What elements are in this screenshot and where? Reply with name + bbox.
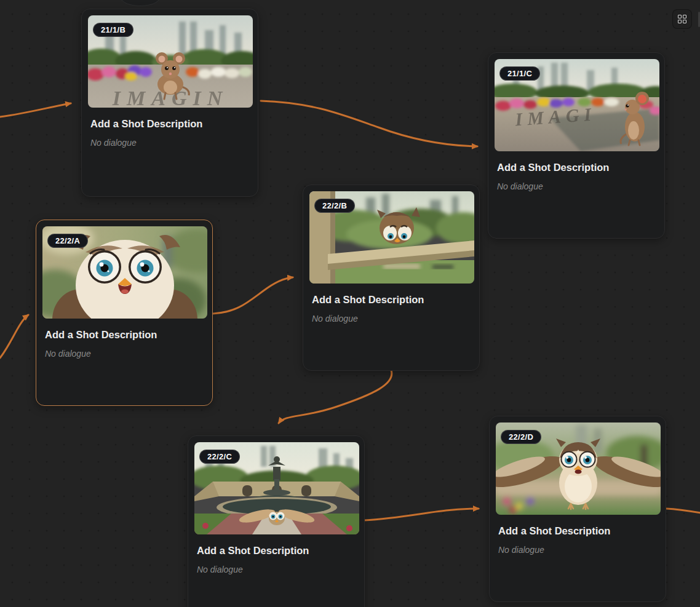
shot-description-placeholder[interactable]: Add a Shot Description xyxy=(498,525,657,537)
shot-card-21-1-C[interactable]: IMAGI 21/1/C Add a Shot Description No d… xyxy=(488,52,665,239)
shot-description-placeholder[interactable]: Add a Shot Description xyxy=(45,329,204,341)
shot-id-badge: 22/2/D xyxy=(501,430,541,444)
shot-dialogue-placeholder[interactable]: No dialogue xyxy=(497,181,656,191)
shot-id-badge: 22/2/B xyxy=(314,199,355,213)
shot-dialogue-placeholder[interactable]: No dialogue xyxy=(312,314,471,323)
connector-into-21-1-B xyxy=(0,103,71,117)
connector-22-2-B-to-22-2-C xyxy=(279,370,392,423)
shot-id-badge: 22/2/A xyxy=(47,234,88,248)
shot-description-placeholder[interactable]: Add a Shot Description xyxy=(312,294,471,306)
shot-thumbnail[interactable]: 22/2/A xyxy=(42,226,207,319)
shot-card-21-1-B[interactable]: IMAGIN 21/1/B xyxy=(81,9,258,197)
shot-description-placeholder[interactable]: Add a Shot Description xyxy=(197,545,356,557)
connector-22-2-C-to-22-2-D xyxy=(364,509,479,520)
layout-view-button[interactable] xyxy=(673,10,691,28)
shot-dialogue-placeholder[interactable]: No dialogue xyxy=(45,349,204,359)
shot-card-22-2-B[interactable]: 22/2/B Add a Shot Description No dialogu… xyxy=(303,184,480,371)
shot-card-22-2-A[interactable]: 22/2/A Add a Shot Description No dialogu… xyxy=(36,220,213,406)
shot-thumbnail[interactable]: 22/2/B xyxy=(309,191,474,284)
connector-out-of-22-2-D xyxy=(666,509,700,513)
connector-21-1-B-to-21-1-C xyxy=(261,101,477,146)
shot-id-badge: 21/1/B xyxy=(93,23,133,37)
shot-dialogue-placeholder[interactable]: No dialogue xyxy=(498,545,657,555)
shot-dialogue-placeholder[interactable]: No dialogue xyxy=(90,138,249,148)
connector-22-2-A-to-22-2-B xyxy=(213,277,293,314)
shot-description-placeholder[interactable]: Add a Shot Description xyxy=(497,162,656,173)
shot-dialogue-placeholder[interactable]: No dialogue xyxy=(197,565,356,574)
shot-description-placeholder[interactable]: Add a Shot Description xyxy=(90,118,249,130)
shot-thumbnail[interactable]: IMAGIN 21/1/B xyxy=(88,15,253,108)
shot-card-22-2-C[interactable]: 22/2/C Add a Shot Description No dialogu… xyxy=(188,435,365,607)
partial-node-above xyxy=(121,0,159,6)
shot-thumbnail[interactable]: 22/2/C xyxy=(194,442,359,534)
shot-thumbnail[interactable]: 22/2/D xyxy=(496,423,661,515)
grid-icon xyxy=(678,15,686,23)
connector-into-22-2-A xyxy=(0,315,28,358)
shot-id-badge: 21/1/C xyxy=(499,66,540,81)
shot-id-badge: 22/2/C xyxy=(199,450,240,464)
shot-thumbnail[interactable]: IMAGI 21/1/C xyxy=(495,59,659,151)
shot-card-22-2-D[interactable]: 22/2/D Add a Shot Description No dialogu… xyxy=(489,416,666,602)
